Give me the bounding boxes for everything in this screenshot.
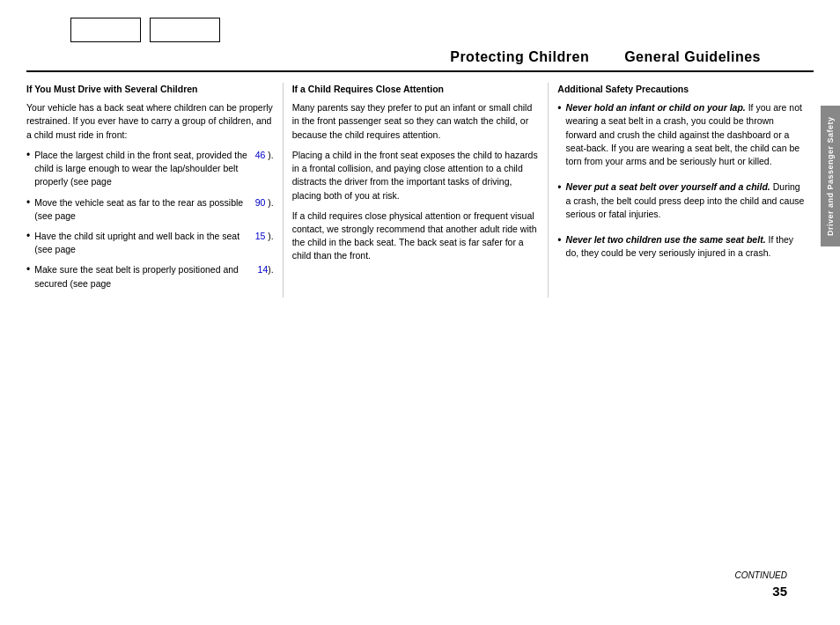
link-14[interactable]: 14 — [258, 263, 269, 276]
column-3: Additional Safety Precautions • Never ho… — [549, 83, 814, 298]
col3-bullet-3-text: Never let two children use the same seat… — [566, 233, 805, 260]
column-1: If You Must Drive with Several Children … — [26, 83, 284, 298]
col3-bullet-3-bold: Never let two children use the same seat… — [566, 234, 766, 245]
header-title: Protecting Children — [450, 49, 589, 65]
side-tab-label: Driver and Passenger Safety — [826, 116, 835, 236]
bullet-dot-3: • — [557, 233, 561, 248]
page-number: 35 — [735, 584, 787, 599]
page: Protecting Children General Guidelines I… — [0, 0, 840, 625]
col1-bullet-4: Make sure the seat belt is properly posi… — [26, 263, 274, 290]
col1-bullet-list: Place the largest child in the front sea… — [26, 149, 274, 290]
col1-intro: Your vehicle has a back seat where child… — [26, 101, 274, 142]
col3-heading: Additional Safety Precautions — [557, 83, 805, 96]
col2-p3: If a child requires close physical atten… — [292, 210, 540, 263]
bullet-dot-2: • — [557, 180, 561, 195]
col3-bullet-1-bold: Never hold an infant or child on your la… — [566, 102, 746, 113]
link-46[interactable]: 46 — [255, 149, 266, 162]
col1-heading: If You Must Drive with Several Children — [26, 83, 274, 96]
column-2: If a Child Requires Close Attention Many… — [284, 83, 549, 298]
bullet-dot-1: • — [557, 101, 561, 116]
col3-bullet-2-bold: Never put a seat belt over yourself and … — [566, 181, 770, 192]
link-90[interactable]: 90 — [255, 196, 266, 210]
col3-bullet-3: • Never let two children use the same se… — [557, 233, 805, 260]
col3-bullet-2: • Never put a seat belt over yourself an… — [557, 180, 805, 221]
link-15[interactable]: 15 — [255, 230, 266, 243]
side-tab: Driver and Passenger Safety — [821, 106, 840, 246]
page-footer: CONTINUED 35 — [735, 570, 787, 599]
col1-bullet-1: Place the largest child in the front sea… — [26, 149, 274, 189]
col3-bullet-1: • Never hold an infant or child on your … — [557, 101, 805, 168]
header-section: General Guidelines — [624, 49, 761, 65]
col1-bullet-2: Move the vehicle seat as far to the rear… — [26, 196, 274, 223]
continued-label: CONTINUED — [735, 570, 787, 580]
main-content: If You Must Drive with Several Children … — [26, 72, 814, 298]
nav-box-1[interactable] — [70, 18, 141, 42]
page-header: Protecting Children General Guidelines — [26, 49, 814, 72]
col3-bullet-2-text: Never put a seat belt over yourself and … — [566, 180, 805, 221]
col2-p1: Many parents say they prefer to put an i… — [292, 101, 540, 142]
nav-box-2[interactable] — [150, 18, 220, 42]
col2-heading: If a Child Requires Close Attention — [292, 83, 540, 96]
col1-bullet-3: Have the child sit upright and well back… — [26, 230, 274, 256]
col3-bullet-1-text: Never hold an infant or child on your la… — [566, 101, 805, 168]
top-nav — [70, 18, 840, 42]
col2-p2: Placing a child in the front seat expose… — [292, 149, 540, 202]
